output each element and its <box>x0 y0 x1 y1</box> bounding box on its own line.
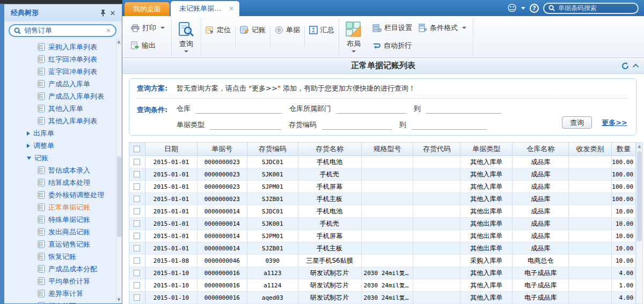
sidebar-item-直运销售记账[interactable]: 直运销售记账 <box>4 238 122 250</box>
barcode-search-input[interactable]: 单据条码搜索 <box>543 3 639 14</box>
sidebar-item-结算成本处理[interactable]: 结算成本处理 <box>4 176 122 189</box>
user-smiley-icon[interactable]: ☺ <box>507 4 517 13</box>
sidebar-item-委外核销调整处理[interactable]: 委外核销调整处理 <box>4 189 122 201</box>
table-row[interactable]: 2015-01-010000000023SJDC01手机电池其他入库单成品库10… <box>129 156 636 168</box>
sidebar-item-采购入库单列表[interactable]: 采购入库单列表 <box>4 41 122 53</box>
row-checkbox[interactable] <box>134 159 140 165</box>
locate-button[interactable]: 定位 <box>202 24 234 36</box>
select-all-checkbox[interactable] <box>134 146 140 152</box>
scroll-up-icon[interactable]: ▲ <box>116 39 121 45</box>
user-menu-caret-icon[interactable] <box>521 7 525 10</box>
conditional-format-button[interactable]: If 条件格式 <box>415 21 470 34</box>
close-icon[interactable]: ✕ <box>108 8 118 18</box>
table-row[interactable]: 2015-01-010000000014SJPM01手机屏幕其他出库单成品库10… <box>129 230 636 242</box>
cell-存货名称: 手机电池 <box>298 205 362 218</box>
sidebar-item-差异率计算[interactable]: 差异率计算 <box>4 287 122 300</box>
refresh-icon[interactable] <box>621 62 629 70</box>
row-checkbox[interactable] <box>134 294 140 301</box>
table-row[interactable]: 2015-01-010000000014SJDC01手机电池其他出库单成品库10… <box>129 205 636 218</box>
doc-label: 单据 <box>286 25 300 35</box>
query-button-big[interactable]: 查询 <box>173 16 200 57</box>
sidebar-item-正常单据记账[interactable]: 正常单据记账 <box>4 201 122 213</box>
collapse-panel-icon[interactable] <box>633 64 639 70</box>
sidebar-item-产成品入库单[interactable]: 产成品入库单 <box>4 78 122 90</box>
book-button[interactable]: 记账 <box>237 24 269 36</box>
sidebar-item-产成品成本分配[interactable]: 产成品成本分配 <box>4 263 122 275</box>
row-checkbox[interactable] <box>134 257 140 264</box>
sidebar-item-蓝字回冲单列表[interactable]: 蓝字回冲单列表 <box>4 65 122 78</box>
inv-code-input[interactable] <box>322 121 392 130</box>
row-checkbox[interactable] <box>134 171 140 177</box>
row-checkbox[interactable] <box>134 220 140 227</box>
scroll-down-icon[interactable]: ▼ <box>116 296 121 303</box>
tab-my-desktop[interactable]: 我的桌面 <box>125 2 170 16</box>
column-header-存货名称[interactable]: 存货名称 <box>298 143 362 156</box>
sidebar-item-出库单[interactable]: 出库单 <box>4 127 122 139</box>
sidebar-item-平均单价计算[interactable]: 平均单价计算 <box>4 275 122 287</box>
sidebar-item-恢复记账[interactable]: 恢复记账 <box>4 250 122 263</box>
row-checkbox[interactable] <box>134 183 140 190</box>
cell-仓库名称: 成品库 <box>513 181 569 193</box>
doc-button[interactable]: 单据 <box>272 24 303 36</box>
column-header-单据类型[interactable]: 单据类型 <box>460 143 513 156</box>
export-button[interactable]: 输出 <box>128 39 168 52</box>
table-row[interactable]: 2015-01-0800000000460390三星手机S6贴膜采购入库单电商总… <box>129 255 636 267</box>
sidebar-search-input[interactable]: 销售订单 ✕ <box>9 24 116 37</box>
sidebar-item-特殊单据记账[interactable]: 特殊单据记账 <box>4 213 122 226</box>
table-row[interactable]: 2015-01-010000000014SJK001手机壳其他出库单成品库10.… <box>129 218 636 230</box>
warehouse-input[interactable] <box>196 105 282 114</box>
sidebar-item-其他入库单[interactable]: 其他入库单 <box>4 102 122 115</box>
column-header-收发类别[interactable]: 收发类别 <box>569 143 612 156</box>
scrollbar-thumb[interactable] <box>637 151 642 241</box>
sidebar-scrollbar[interactable]: ▲ ▼ <box>116 39 121 303</box>
warehouse-dept-input[interactable] <box>336 105 406 114</box>
print-button[interactable]: 打印 <box>128 21 168 34</box>
sidebar-item-红字回冲单列表[interactable]: 红字回冲单列表 <box>4 53 122 65</box>
table-row[interactable]: 2015-01-100000000016a1123研发试制芯片2030 24mi… <box>129 267 636 279</box>
help-icon[interactable]: ? <box>530 4 539 13</box>
column-header-数量[interactable]: 数量 <box>612 143 636 156</box>
column-header-存货代码[interactable]: 存货代码 <box>413 143 460 156</box>
table-scrollbar[interactable]: ▲ <box>636 142 643 304</box>
column-header-仓库名称[interactable]: 仓库名称 <box>513 143 569 156</box>
sidebar-item-调整单[interactable]: 调整单 <box>4 139 122 152</box>
row-checkbox[interactable] <box>134 196 140 202</box>
sidebar-item-记账[interactable]: 记账 <box>4 152 122 164</box>
cell-存货代码 <box>413 193 460 205</box>
sidebar-item-发出商品记账[interactable]: 发出商品记账 <box>4 226 122 238</box>
layout-button[interactable]: 布局 <box>340 16 367 57</box>
table-row[interactable]: 2015-01-010000000014SJZB01手机主板其他出库单成品库10… <box>129 242 636 255</box>
row-checkbox[interactable] <box>134 245 140 251</box>
tab-unbooked-docs[interactable]: 未记账单据… ✕ <box>171 1 239 16</box>
table-row[interactable]: 2015-01-100000000016aqed03研发试制芯片2030 24m… <box>129 292 636 304</box>
row-checkbox[interactable] <box>134 270 140 276</box>
clear-search-icon[interactable]: ✕ <box>106 27 111 34</box>
table-row[interactable]: 2015-01-010000000023SJZB01手机主板其他入库单成品库10… <box>129 193 636 205</box>
table-row[interactable]: 2015-01-010000000023SJPM01手机屏幕其他入库单成品库10… <box>129 181 636 193</box>
table-row[interactable]: 2015-01-010000000023SJK001手机壳其他入库单成品库100… <box>129 168 636 181</box>
pin-icon[interactable] <box>98 8 108 18</box>
column-header-日期[interactable]: 日期 <box>145 143 197 156</box>
sidebar-item-产成品入库单列表[interactable]: 产成品入库单列表 <box>4 90 122 102</box>
summary-button[interactable]: Σ 汇总 <box>306 24 338 36</box>
doctype-input[interactable] <box>210 121 281 130</box>
row-checkbox[interactable] <box>134 282 140 288</box>
column-header-存货编码[interactable]: 存货编码 <box>247 143 298 156</box>
inv-code-to-input[interactable] <box>412 121 487 130</box>
query-button[interactable]: 查询 <box>562 116 592 129</box>
sidebar-item-期末处理[interactable]: 期末处理 <box>4 300 122 303</box>
column-header-单据号[interactable]: 单据号 <box>197 143 247 156</box>
table-row[interactable]: 2015-01-100000000016a1124研发试制芯片2030 24mi… <box>129 279 636 292</box>
tab-close-icon[interactable]: ✕ <box>229 5 234 12</box>
column-header-规格型号[interactable]: 规格型号 <box>362 143 414 156</box>
scrollbar-thumb[interactable] <box>117 157 121 237</box>
warehouse-dept-to-input[interactable] <box>426 105 501 114</box>
sidebar-item-暂估成本录入[interactable]: 暂估成本录入 <box>4 164 122 176</box>
sidebar-item-其他入库单列表[interactable]: 其他入库单列表 <box>4 115 122 127</box>
row-checkbox[interactable] <box>134 208 140 214</box>
scroll-up-icon[interactable]: ▲ <box>636 143 642 150</box>
row-checkbox[interactable] <box>134 233 140 239</box>
more-link[interactable]: 更多>> <box>602 118 627 128</box>
column-settings-button[interactable]: 栏目设置 <box>369 21 415 34</box>
auto-wrap-button[interactable]: 自动折行 <box>369 39 415 52</box>
